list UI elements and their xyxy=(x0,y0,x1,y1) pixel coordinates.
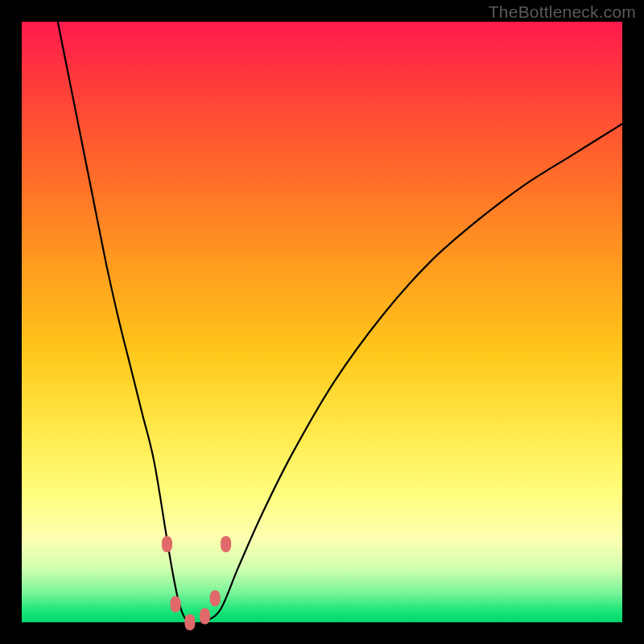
curve-marker xyxy=(162,536,172,552)
curve-marker xyxy=(210,590,221,606)
curve-marker xyxy=(184,614,195,630)
watermark-text: TheBottleneck.com xyxy=(489,2,636,22)
curve-marker xyxy=(200,609,210,625)
chart-plot-area xyxy=(22,22,622,622)
bottleneck-curve xyxy=(22,22,622,622)
curve-marker xyxy=(221,536,231,552)
curve-marker xyxy=(171,597,181,613)
